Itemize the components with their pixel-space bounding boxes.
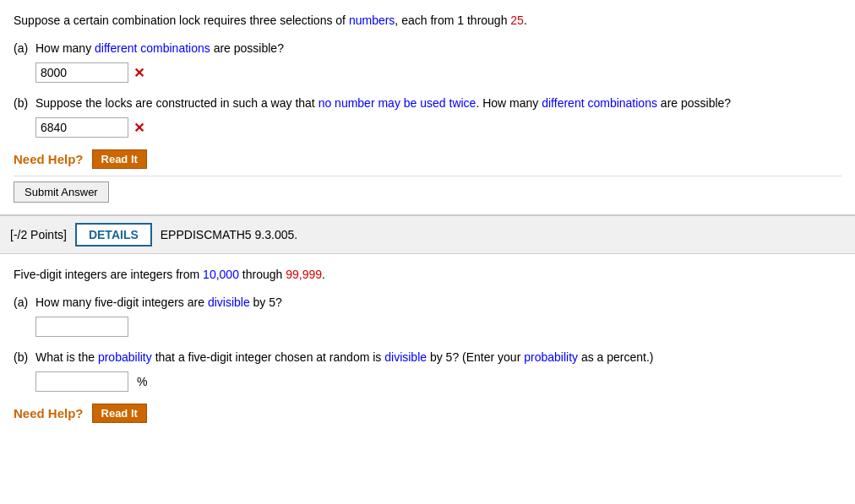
part-b-content: Suppose the locks are constructed in suc… xyxy=(35,95,841,138)
s2-part-b-input[interactable] xyxy=(35,371,128,392)
details-header: [-/2 Points] DETAILS EPPDISCMATH5 9.3.00… xyxy=(0,215,855,254)
part-b-input[interactable] xyxy=(35,117,128,138)
part-b-row: (b) Suppose the locks are constructed in… xyxy=(14,95,841,138)
word-numbers: numbers xyxy=(349,14,395,27)
part-b-label: (b) xyxy=(14,95,35,110)
part-b-input-row: ✕ xyxy=(35,117,841,138)
submit-button[interactable]: Submit Answer xyxy=(14,182,109,203)
problem-statement-1: Suppose a certain combination lock requi… xyxy=(14,12,841,30)
s2-part-a-question: How many five-digit integers are divisib… xyxy=(35,294,841,312)
divider-1 xyxy=(14,176,841,176)
need-help-label-1: Need Help? xyxy=(14,152,84,166)
s2-part-a-input[interactable] xyxy=(35,317,128,337)
s2-part-b-question: What is the probability that a five-digi… xyxy=(35,349,841,366)
percent-symbol: % xyxy=(137,375,147,388)
s2-part-b-label: (b) xyxy=(14,349,35,364)
problem-id: EPPDISCMATH5 9.3.005. xyxy=(161,228,297,241)
section-1: Suppose a certain combination lock requi… xyxy=(0,0,855,215)
s2-part-a-input-row xyxy=(35,317,841,337)
read-it-button-1[interactable]: Read It xyxy=(92,149,147,169)
need-help-row-2: Need Help? Read It xyxy=(14,404,841,423)
need-help-label-2: Need Help? xyxy=(14,406,84,420)
part-a-content: How many different combinations are poss… xyxy=(35,40,841,83)
read-it-button-2[interactable]: Read It xyxy=(92,404,147,423)
s2-part-b-row: (b) What is the probability that a five-… xyxy=(14,349,841,392)
problem-statement-2: Five-digit integers are integers from 10… xyxy=(14,266,841,284)
part-a-label: (a) xyxy=(14,40,35,55)
submit-row: Submit Answer xyxy=(14,182,841,203)
s2-part-b-content: What is the probability that a five-digi… xyxy=(35,349,841,392)
part-b-incorrect-icon: ✕ xyxy=(133,120,144,136)
section-2: Five-digit integers are integers from 10… xyxy=(0,254,855,438)
details-tab-button[interactable]: DETAILS xyxy=(75,223,152,247)
part-b-question: Suppose the locks are constructed in suc… xyxy=(35,95,841,112)
s2-part-a-content: How many five-digit integers are divisib… xyxy=(35,294,841,337)
part-a-question: How many different combinations are poss… xyxy=(35,40,841,57)
s2-part-a-label: (a) xyxy=(14,294,35,309)
part-a-incorrect-icon: ✕ xyxy=(133,65,144,81)
part-a-input[interactable] xyxy=(35,62,128,83)
s2-part-b-input-row: % xyxy=(35,371,841,392)
word-25: 25 xyxy=(510,14,524,27)
s2-part-a-row: (a) How many five-digit integers are div… xyxy=(14,294,841,337)
points-label: [-/2 Points] xyxy=(10,228,67,241)
part-a-input-row: ✕ xyxy=(35,62,841,83)
need-help-row-1: Need Help? Read It xyxy=(14,149,841,169)
part-a-row: (a) How many different combinations are … xyxy=(14,40,841,83)
